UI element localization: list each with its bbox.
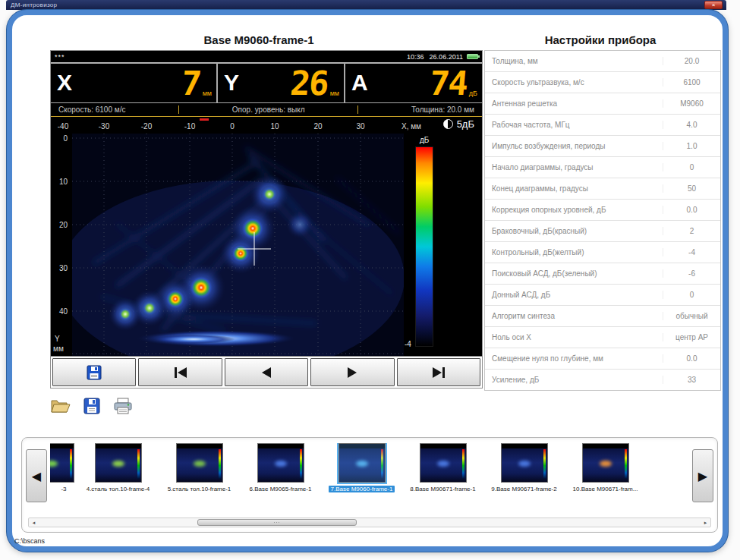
setting-label: Скорость ультразвука, м/с xyxy=(485,78,663,87)
divider xyxy=(357,105,358,114)
scrollbar-left-arrow[interactable]: ◂ xyxy=(29,520,39,526)
readout-y: Y 26 мм xyxy=(218,64,344,102)
y-axis-label: Y xyxy=(55,335,60,343)
close-button[interactable]: × xyxy=(704,1,723,9)
first-frame-button[interactable] xyxy=(138,358,222,386)
thumb-hotspot xyxy=(112,461,124,467)
prev-icon xyxy=(257,366,276,379)
table-row: Рабочая частота, МГц4.0 xyxy=(485,115,720,136)
setting-value: 0 xyxy=(663,291,720,299)
bscan-image[interactable] xyxy=(72,134,404,356)
filmstrip-scrollbar[interactable]: ◂ ▸ xyxy=(28,518,711,527)
frame-thumbnail[interactable] xyxy=(257,443,304,483)
table-row: Антенная решеткаM9060 xyxy=(485,93,720,115)
info-speed: Скорость: 6100 м/с xyxy=(58,105,125,114)
setting-value: 4.0 xyxy=(663,121,720,129)
filmstrip-item[interactable]: 4.сталь тол.10-frame-4 xyxy=(77,443,159,511)
x-axis-ruler: -40 -30 -20 -10 0 10 20 30 X, мм 5дБ xyxy=(51,117,482,134)
y-tick: 40 xyxy=(59,307,68,316)
table-row: Коррекция опорных уровней, дБ0.0 xyxy=(485,200,720,221)
contrast-control[interactable]: 5дБ xyxy=(443,118,474,130)
readout-x-label: X xyxy=(51,64,72,102)
save-icon xyxy=(83,398,101,414)
table-row: Ноль оси Xцентр АР xyxy=(485,327,720,348)
frame-thumbnail[interactable] xyxy=(95,443,142,483)
setting-value: 0.0 xyxy=(663,206,720,214)
filmstrip-item[interactable]: -3 xyxy=(50,443,77,511)
setting-label: Контрольный, дБ(желтый) xyxy=(485,248,663,256)
filmstrip-items: -3 4.сталь тол.10-frame-4 5.сталь тол.10… xyxy=(50,443,689,511)
frame-thumbnail[interactable] xyxy=(582,443,629,483)
file-toolbar xyxy=(49,395,135,417)
save-file-button[interactable] xyxy=(80,395,104,417)
last-frame-button[interactable] xyxy=(397,358,480,386)
x-tick: -10 xyxy=(178,122,201,131)
setting-value: 2 xyxy=(663,227,720,235)
readout-y-unit: мм xyxy=(328,90,344,102)
frame-label: 4.сталь тол.10-frame-4 xyxy=(87,486,150,492)
filmstrip-next-button[interactable]: ▶ xyxy=(692,449,713,502)
x-tick: 10 xyxy=(263,122,286,131)
table-row: Толщина, мм20.0 xyxy=(485,51,720,72)
frame-thumbnail[interactable] xyxy=(420,443,467,483)
next-icon xyxy=(343,366,361,379)
colorbar-label: дБ xyxy=(420,136,429,144)
next-frame-button[interactable] xyxy=(310,358,394,386)
print-button[interactable] xyxy=(111,395,135,417)
table-row: Скорость ультразвука, м/с6100 xyxy=(485,72,720,93)
readout-amplitude-unit: дБ xyxy=(467,90,482,102)
filmstrip-item-selected[interactable]: 7.Base M9060-frame-1 xyxy=(321,443,402,511)
frame-thumbnail[interactable] xyxy=(50,443,74,483)
contrast-icon xyxy=(443,119,453,129)
thumb-hotspot xyxy=(518,461,531,467)
skip-last-icon xyxy=(430,366,448,379)
save-frame-button[interactable] xyxy=(52,358,136,386)
table-row: Контрольный, дБ(желтый)-4 xyxy=(485,242,720,263)
x-tick: 30 xyxy=(349,122,372,131)
info-ref-level: Опор. уровень: выкл xyxy=(232,105,305,114)
x-tick: -20 xyxy=(135,122,158,131)
filmstrip-item[interactable]: 5.сталь тол.10-frame-1 xyxy=(159,443,240,511)
scrollbar-track[interactable] xyxy=(39,518,701,527)
bscan-area: 0 10 20 30 40 Y мм xyxy=(51,134,482,356)
y-tick: 20 xyxy=(59,221,68,229)
setting-label: Браковочный, дБ(красный) xyxy=(485,227,663,235)
setting-label: Начало диаграммы, градусы xyxy=(485,163,663,171)
filmstrip-item[interactable]: 6.Base M9065-frame-1 xyxy=(240,443,321,511)
frame-thumbnail[interactable] xyxy=(176,443,223,483)
setting-label: Толщина, мм xyxy=(485,57,663,65)
y-tick: 30 xyxy=(59,264,68,272)
prev-frame-button[interactable] xyxy=(225,358,308,386)
frame-label: 9.Base M90671-frame-2 xyxy=(491,486,556,492)
contrast-value: 5дБ xyxy=(457,118,474,130)
setting-value: 0 xyxy=(663,163,720,171)
scrollbar-right-arrow[interactable]: ▸ xyxy=(701,520,710,526)
frame-label: 10.Base M90671-fram... xyxy=(573,486,638,492)
status-bar-path: C:\bscans xyxy=(14,537,45,545)
setting-label: Ноль оси X xyxy=(485,333,663,341)
filmstrip-item[interactable]: 8.Base M90671-frame-1 xyxy=(402,443,483,511)
colorbar-min: -4 xyxy=(405,340,411,348)
table-row: Донный АСД, дБ0 xyxy=(485,285,720,306)
device-screen: *** 10:36 26.06.2011 X 7 мм Y 26 мм A 74… xyxy=(50,50,483,389)
frame-label: 8.Base M90671-frame-1 xyxy=(410,486,475,492)
setting-value: -4 xyxy=(663,248,720,256)
frame-label: 5.сталь тол.10-frame-1 xyxy=(168,486,231,492)
thumb-hotspot xyxy=(600,461,612,467)
filmstrip-item[interactable]: 9.Base M90671-frame-2 xyxy=(483,443,565,511)
frame-label: 6.Base M9065-frame-1 xyxy=(250,486,312,492)
open-file-button[interactable] xyxy=(49,395,73,417)
table-row: Алгоритм синтезаобычный xyxy=(485,306,720,327)
x-tick: 20 xyxy=(307,122,329,131)
skip-first-icon xyxy=(172,366,190,379)
coordinate-readouts: X 7 мм Y 26 мм A 74 дБ xyxy=(51,63,482,103)
filmstrip-item[interactable]: 10.Base M90671-fram... xyxy=(565,443,646,511)
frame-filmstrip: ◀ -3 4.сталь тол.10-frame-4 5.сталь тол.… xyxy=(21,437,718,533)
frame-thumbnail[interactable] xyxy=(501,443,548,483)
readout-y-label: Y xyxy=(218,64,239,102)
filmstrip-prev-button[interactable]: ◀ xyxy=(26,449,47,502)
frame-thumbnail[interactable] xyxy=(339,443,386,483)
scrollbar-thumb[interactable] xyxy=(197,519,356,526)
device-date: 26.06.2011 xyxy=(430,53,463,61)
printer-icon xyxy=(113,398,133,414)
